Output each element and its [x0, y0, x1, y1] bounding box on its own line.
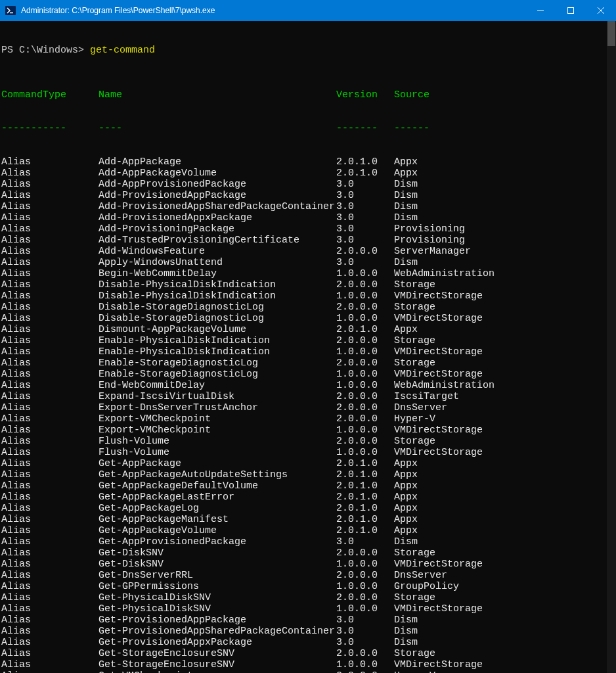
cell-source: Appx [394, 525, 418, 536]
table-row: AliasDismount-AppPackageVolume2.0.1.0App… [1, 324, 616, 335]
cell-source: VMDirectStorage [394, 425, 483, 436]
cell-name: Get-AppPackageDefaultVolume [99, 480, 336, 492]
table-row: AliasApply-WindowsUnattend3.0Dism [1, 257, 616, 268]
cell-source: Storage [394, 335, 435, 346]
table-row: AliasGet-PhysicalDiskSNV1.0.0.0VMDirectS… [1, 603, 616, 615]
cell-version: 1.0.0.0 [336, 268, 394, 279]
cell-source: Dism [394, 201, 418, 212]
cell-name: Get-DiskSNV [99, 559, 336, 570]
cell-name: Get-AppPackage [99, 458, 336, 469]
cell-commandtype: Alias [1, 279, 99, 290]
cell-version: 2.0.0.0 [336, 570, 394, 581]
scrollbar[interactable] [607, 21, 616, 673]
cell-version: 2.0.1.0 [336, 458, 394, 469]
cell-commandtype: Alias [1, 525, 99, 536]
cell-version: 1.0.0.0 [336, 380, 394, 391]
table-row: AliasDisable-PhysicalDiskIndication2.0.0… [1, 279, 616, 290]
cell-version: 1.0.0.0 [336, 581, 394, 592]
table-row: AliasExpand-IscsiVirtualDisk2.0.0.0Iscsi… [1, 391, 616, 402]
cell-name: Get-AppPackageManifest [99, 514, 336, 525]
cell-name: Get-DiskSNV [99, 547, 336, 559]
cell-version: 3.0 [336, 235, 394, 246]
cell-name: Begin-WebCommitDelay [99, 268, 336, 279]
cell-commandtype: Alias [1, 458, 99, 469]
cell-version: 1.0.0.0 [336, 559, 394, 570]
cell-version: 1.0.0.0 [336, 659, 394, 670]
cell-commandtype: Alias [1, 469, 99, 480]
table-row: AliasGet-StorageEnclosureSNV1.0.0.0VMDir… [1, 659, 616, 670]
cell-commandtype: Alias [1, 335, 99, 346]
cell-version: 2.0.1.0 [336, 168, 394, 179]
table-row: AliasGet-AppPackageManifest2.0.1.0Appx [1, 514, 616, 525]
cell-version: 2.0.0.0 [336, 335, 394, 346]
cell-name: Add-AppPackage [99, 156, 336, 168]
cell-source: Storage [394, 648, 435, 659]
terminal-area[interactable]: PS C:\Windows> get-command CommandTypeNa… [0, 21, 616, 673]
cell-source: Hyper-V [394, 670, 435, 673]
table-row: AliasEnd-WebCommitDelay1.0.0.0WebAdminis… [1, 380, 616, 391]
cell-name: Enable-PhysicalDiskIndication [99, 335, 336, 346]
cell-commandtype: Alias [1, 436, 99, 447]
close-button[interactable] [586, 0, 616, 21]
cell-commandtype: Alias [1, 313, 99, 324]
maximize-button[interactable] [556, 0, 586, 21]
table-row: AliasGet-ProvisionedAppxPackage3.0Dism [1, 637, 616, 648]
table-row: AliasEnable-PhysicalDiskIndication2.0.0.… [1, 335, 616, 346]
table-header: CommandTypeNameVersionSource [1, 89, 616, 101]
scrollbar-thumb[interactable] [607, 21, 615, 46]
titlebar[interactable]: Administrator: C:\Program Files\PowerShe… [0, 0, 616, 21]
cell-commandtype: Alias [1, 212, 99, 223]
cell-name: Disable-StorageDiagnosticLog [99, 302, 336, 313]
table-row: AliasGet-DiskSNV2.0.0.0Storage [1, 547, 616, 559]
cell-commandtype: Alias [1, 369, 99, 380]
cell-commandtype: Alias [1, 268, 99, 279]
cell-source: ServerManager [394, 246, 471, 257]
svg-rect-3 [568, 8, 574, 14]
cell-name: Get-ProvisionedAppxPackage [99, 637, 336, 648]
prompt-command: get-command [90, 45, 155, 56]
table-row: AliasAdd-AppProvisionedPackage3.0Dism [1, 179, 616, 190]
table-row: AliasEnable-PhysicalDiskIndication1.0.0.… [1, 346, 616, 358]
cell-source: Appx [394, 514, 418, 525]
cell-commandtype: Alias [1, 659, 99, 670]
cell-source: WebAdministration [394, 268, 495, 279]
cell-name: Get-AppPackageAutoUpdateSettings [99, 469, 336, 480]
table-row: AliasGet-AppPackageLog2.0.1.0Appx [1, 503, 616, 514]
cell-commandtype: Alias [1, 648, 99, 659]
cell-name: Disable-PhysicalDiskIndication [99, 290, 336, 302]
table-row: AliasAdd-ProvisionedAppxPackage3.0Dism [1, 212, 616, 223]
cell-commandtype: Alias [1, 592, 99, 603]
cell-source: Storage [394, 302, 435, 313]
cell-name: Export-DnsServerTrustAnchor [99, 402, 336, 413]
cell-source: Appx [394, 168, 418, 179]
powershell-icon [5, 5, 16, 16]
window-title: Administrator: C:\Program Files\PowerShe… [20, 6, 525, 15]
cell-version: 2.0.0.0 [336, 279, 394, 290]
cell-name: Apply-WindowsUnattend [99, 257, 336, 268]
table-row: AliasAdd-AppPackage2.0.1.0Appx [1, 156, 616, 168]
cell-commandtype: Alias [1, 235, 99, 246]
cell-name: Get-GPPermissions [99, 581, 336, 592]
cell-version: 2.0.0.0 [336, 413, 394, 425]
cell-commandtype: Alias [1, 514, 99, 525]
cell-version: 1.0.0.0 [336, 313, 394, 324]
cell-commandtype: Alias [1, 156, 99, 168]
cell-version: 2.0.0.0 [336, 358, 394, 369]
cell-version: 1.0.0.0 [336, 290, 394, 302]
prompt-path: PS C:\Windows> [1, 45, 90, 56]
table-row: AliasEnable-StorageDiagnosticLog2.0.0.0S… [1, 358, 616, 369]
cell-commandtype: Alias [1, 257, 99, 268]
cell-source: Appx [394, 503, 418, 514]
table-row: AliasDisable-PhysicalDiskIndication1.0.0… [1, 290, 616, 302]
cell-name: Disable-PhysicalDiskIndication [99, 279, 336, 290]
cell-commandtype: Alias [1, 290, 99, 302]
cell-version: 2.0.0.0 [336, 436, 394, 447]
table-row: AliasGet-DiskSNV1.0.0.0VMDirectStorage [1, 559, 616, 570]
cell-version: 1.0.0.0 [336, 603, 394, 615]
header-source: Source [394, 89, 429, 101]
cell-source: GroupPolicy [394, 581, 459, 592]
cell-version: 1.0.0.0 [336, 425, 394, 436]
minimize-button[interactable] [525, 0, 556, 21]
header-name: Name [99, 89, 336, 101]
table-header-underline: ---------------------------- [1, 123, 616, 134]
